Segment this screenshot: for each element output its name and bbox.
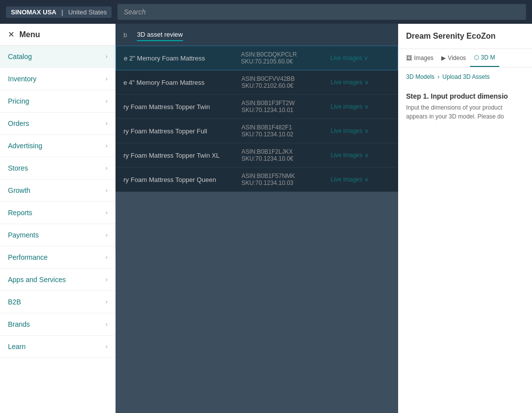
chevron-down-icon: ∨ xyxy=(364,152,369,159)
sidebar-item-payments[interactable]: Payments › xyxy=(0,224,116,246)
tab-images[interactable]: 🖼 Images xyxy=(402,49,437,67)
image-icon: 🖼 xyxy=(406,55,412,61)
sidebar-item-label: B2B xyxy=(8,298,21,306)
chevron-right-icon: › xyxy=(106,120,108,127)
product-name: ry Foam Mattress Topper Queen xyxy=(123,176,232,183)
chevron-right-icon: › xyxy=(106,254,108,261)
breadcrumb-part2[interactable]: Upload 3D Assets xyxy=(442,73,489,80)
tab-videos-label: Videos xyxy=(448,55,466,61)
table-row[interactable]: ry Foam Mattress Topper Twin XL ASIN:B0B… xyxy=(116,143,398,168)
sidebar-item-label: Brands xyxy=(8,320,30,328)
sidebar-item-label: Orders xyxy=(8,119,29,127)
sidebar-item-growth[interactable]: Growth › xyxy=(0,179,116,202)
chevron-down-icon: ∨ xyxy=(364,127,369,134)
sidebar-item-catalog[interactable]: Catalog › xyxy=(0,46,116,68)
sidebar-item-label: Inventory xyxy=(8,75,37,83)
sidebar-item-inventory[interactable]: Inventory › xyxy=(0,68,116,90)
table-row[interactable]: ry Foam Mattress Topper Twin ASIN:B0B1F3… xyxy=(116,95,398,119)
video-icon: ▶ xyxy=(441,55,446,61)
sidebar-item-pricing[interactable]: Pricing › xyxy=(0,90,116,113)
top-header: SINOMAX USA | United States Search xyxy=(0,0,532,24)
tab-hub[interactable]: b xyxy=(123,29,127,41)
chevron-right-icon: › xyxy=(106,75,108,82)
step-title: Step 1. Input product dimensio xyxy=(398,86,532,103)
close-icon[interactable]: ✕ xyxy=(8,30,14,39)
tab-bar: b 3D asset review xyxy=(116,24,398,46)
sidebar-item-label: Stores xyxy=(8,164,28,172)
search-bar[interactable]: Search xyxy=(118,4,526,20)
brand-name: SINOMAX USA xyxy=(11,8,57,16)
product-status[interactable]: Live images ∨ xyxy=(330,55,390,61)
chevron-right-icon: › xyxy=(106,321,108,328)
chevron-right-icon: › xyxy=(106,276,108,283)
product-name: ry Foam Mattress Topper Full xyxy=(123,127,232,135)
content-area: b 3D asset review e 2" Memory Foam Mattr… xyxy=(116,24,398,413)
chevron-right-icon: › xyxy=(106,298,108,305)
chevron-right-icon: › xyxy=(106,187,108,194)
chevron-down-icon: ∨ xyxy=(364,79,369,86)
product-name: e 2" Memory Foam Mattress xyxy=(124,55,231,62)
breadcrumb: 3D Models › Upload 3D Assets xyxy=(406,73,524,80)
chevron-right-icon: › xyxy=(106,343,108,350)
product-status[interactable]: Live images ∨ xyxy=(331,79,390,86)
sidebar-item-label: Growth xyxy=(8,186,30,194)
sidebar-item-label: Performance xyxy=(8,253,48,261)
product-asin: ASIN:B0B1F2LJKX SKU:70.1234.10.0€ xyxy=(241,148,321,162)
product-table: e 2" Memory Foam Mattress ASIN:B0CDQKPCL… xyxy=(116,46,398,192)
tab-3d-review[interactable]: 3D asset review xyxy=(137,29,182,41)
country-selector[interactable]: United States xyxy=(68,8,107,16)
product-asin: ASIN:B0CFVV42BB SKU:70.2102.60.0€ xyxy=(241,75,321,89)
right-panel-tabs: 🖼 Images ▶ Videos ⬡ 3D M xyxy=(398,49,532,67)
chevron-right-icon: › xyxy=(106,53,108,60)
sidebar-item-label: Pricing xyxy=(8,97,29,105)
sidebar-item-apps-services[interactable]: Apps and Services › xyxy=(0,269,116,291)
product-status[interactable]: Live images ∨ xyxy=(331,103,390,110)
product-status[interactable]: Live images ∨ xyxy=(331,127,390,134)
sidebar-item-label: Payments xyxy=(8,231,39,239)
product-asin: ASIN:B0B1F57NMK SKU:70.1234.10.03 xyxy=(241,173,321,186)
chevron-right-icon: › xyxy=(106,232,108,238)
sidebar-item-label: Catalog xyxy=(8,53,32,60)
product-status[interactable]: Live images ∨ xyxy=(331,152,390,159)
sidebar-item-learn[interactable]: Learn › xyxy=(0,336,116,358)
sidebar-item-label: Apps and Services xyxy=(8,276,66,284)
tab-images-label: Images xyxy=(414,55,433,61)
product-asin: ASIN:B0B1F482F1 SKU:70.1234.10.02 xyxy=(241,124,321,138)
chevron-right-icon: › xyxy=(106,165,108,172)
table-row[interactable]: ry Foam Mattress Topper Full ASIN:B0B1F4… xyxy=(116,119,398,143)
sidebar: ✕ Menu Catalog › Inventory › Pricing › O… xyxy=(0,24,116,413)
tab-3d[interactable]: ⬡ 3D M xyxy=(470,49,499,67)
product-asin: ASIN:B0CDQKPCLR SKU:70.2105.60.0€ xyxy=(241,51,320,65)
brand-selector[interactable]: SINOMAX USA | United States xyxy=(6,6,112,18)
tab-videos[interactable]: ▶ Videos xyxy=(437,49,470,67)
sidebar-item-advertising[interactable]: Advertising › xyxy=(0,135,116,157)
sidebar-item-performance[interactable]: Performance › xyxy=(0,246,116,269)
chevron-down-icon: ∨ xyxy=(364,55,368,61)
chevron-right-icon: › xyxy=(106,142,108,149)
sidebar-item-stores[interactable]: Stores › xyxy=(0,157,116,179)
sidebar-item-b2b[interactable]: B2B › xyxy=(0,291,116,313)
table-row[interactable]: ry Foam Mattress Topper Queen ASIN:B0B1F… xyxy=(116,168,398,192)
right-panel: Dream Serenity EcoZon 🖼 Images ▶ Videos … xyxy=(398,24,532,413)
table-row[interactable]: e 4" Memory Foam Mattress ASIN:B0CFVV42B… xyxy=(116,70,398,95)
product-name: e 4" Memory Foam Mattress xyxy=(123,79,232,86)
chevron-right-icon: › xyxy=(106,98,108,105)
chevron-down-icon: ∨ xyxy=(364,176,369,183)
brand-divider: | xyxy=(61,8,63,16)
breadcrumb-arrow: › xyxy=(437,73,439,80)
right-panel-title: Dream Serenity EcoZon xyxy=(398,24,532,49)
step-description: Input the dimensions of your product app… xyxy=(398,103,532,121)
rp-breadcrumb-section: 3D Models › Upload 3D Assets xyxy=(398,67,532,86)
product-status[interactable]: Live images ∨ xyxy=(331,176,390,183)
product-asin: ASIN:B0B1F3FT2W SKU:70.1234.10.01 xyxy=(241,100,321,114)
main-layout: ✕ Menu Catalog › Inventory › Pricing › O… xyxy=(0,24,532,413)
breadcrumb-part1[interactable]: 3D Models xyxy=(406,73,434,80)
sidebar-header: ✕ Menu xyxy=(0,24,116,46)
sidebar-item-reports[interactable]: Reports › xyxy=(0,202,116,224)
table-row[interactable]: e 2" Memory Foam Mattress ASIN:B0CDQKPCL… xyxy=(116,46,398,70)
sidebar-item-orders[interactable]: Orders › xyxy=(0,113,116,135)
sidebar-item-label: Learn xyxy=(8,343,26,351)
sidebar-item-brands[interactable]: Brands › xyxy=(0,313,116,336)
product-name: ry Foam Mattress Topper Twin XL xyxy=(123,152,232,159)
search-placeholder: Search xyxy=(123,8,145,16)
